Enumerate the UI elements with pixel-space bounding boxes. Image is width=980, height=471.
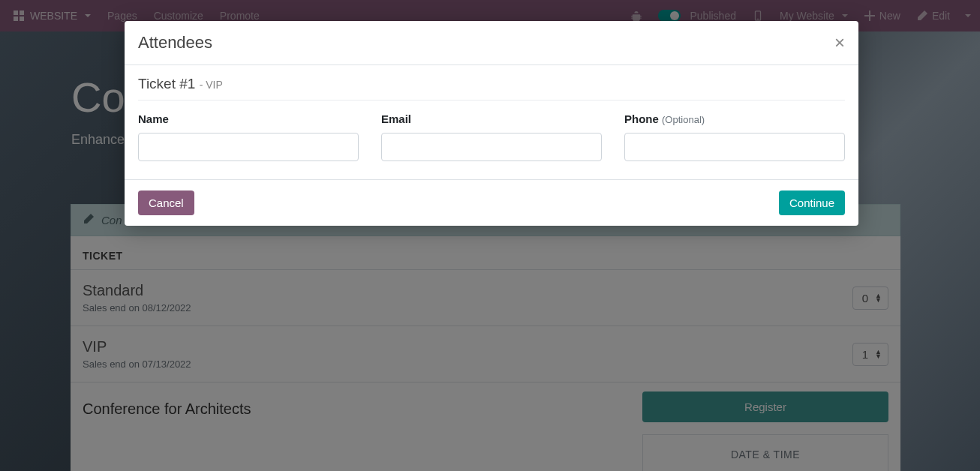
continue-button[interactable]: Continue: [779, 190, 845, 215]
phone-label: Phone (Optional): [624, 112, 845, 125]
form-group-phone: Phone (Optional): [624, 112, 845, 161]
email-input[interactable]: [381, 133, 602, 161]
modal-title: Attendees: [138, 33, 212, 52]
ticket-number: Ticket #1: [138, 76, 195, 92]
ticket-type: - VIP: [200, 79, 223, 91]
phone-label-text: Phone: [624, 112, 659, 125]
phone-optional-text: (Optional): [662, 114, 705, 125]
modal-body: Ticket #1 - VIP Name Email Phone (Option…: [125, 65, 858, 180]
phone-input[interactable]: [624, 133, 845, 161]
close-icon: ×: [834, 32, 845, 52]
form-row: Name Email Phone (Optional): [138, 112, 845, 161]
form-group-name: Name: [138, 112, 359, 161]
ticket-heading: Ticket #1 - VIP: [138, 76, 845, 100]
modal-footer: Cancel Continue: [125, 180, 858, 226]
cancel-button[interactable]: Cancel: [138, 190, 194, 215]
form-group-email: Email: [381, 112, 602, 161]
email-label: Email: [381, 112, 602, 125]
close-button[interactable]: ×: [834, 34, 845, 52]
attendees-modal: Attendees × Ticket #1 - VIP Name Email P…: [125, 21, 858, 226]
name-label: Name: [138, 112, 359, 125]
name-input[interactable]: [138, 133, 359, 161]
modal-header: Attendees ×: [125, 21, 858, 65]
